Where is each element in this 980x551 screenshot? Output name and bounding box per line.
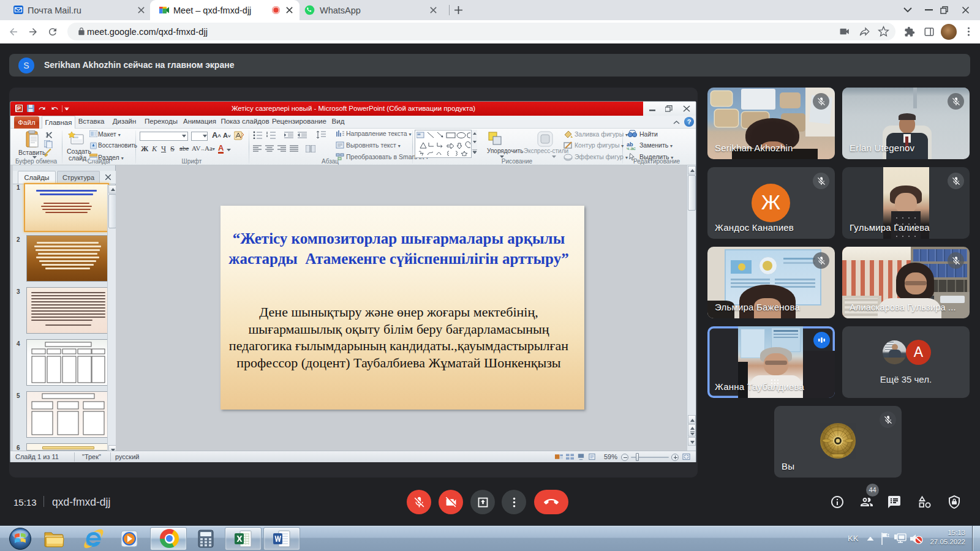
svg-text:ч,ac: ч,ac — [627, 146, 636, 150]
